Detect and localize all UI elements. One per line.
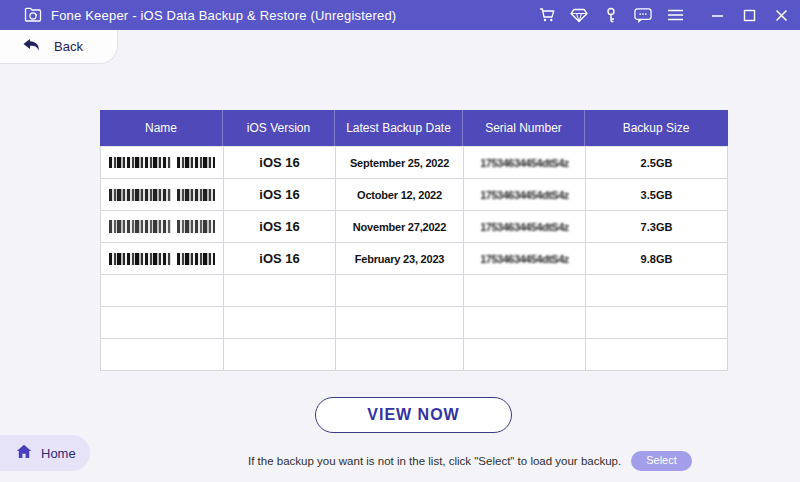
empty-table-row [101,307,728,339]
backup-hint-row: If the backup you want is not in the lis… [248,451,692,471]
device-name-redacted [101,147,224,178]
serial-number-blurred: 17534634454dtS4z [480,252,569,265]
ios-version-value: iOS 16 [259,187,299,202]
column-header-backup-size: Backup Size [585,110,727,146]
ios-version-value: iOS 16 [259,155,299,170]
device-name-redacted [101,243,224,274]
serial-number-blurred: 17534634454dtS4z [480,188,569,201]
backup-size-value: 7.3GB [641,221,673,233]
column-header-ios-version: iOS Version [223,110,335,146]
backup-table: Name iOS Version Latest Backup Date Seri… [100,110,728,371]
backup-size-value: 9.8GB [641,253,673,265]
table-row[interactable]: iOS 16 November 27,2022 17534634454dtS4z… [101,211,728,243]
empty-table-row [101,275,728,307]
view-now-button[interactable]: VIEW NOW [315,397,512,433]
device-name-redacted [101,211,224,242]
empty-table-row [101,339,728,371]
device-name-redacted [101,179,224,210]
store-cart-icon[interactable] [538,6,556,24]
backup-size-value: 2.5GB [641,157,673,169]
close-icon[interactable] [772,6,790,24]
back-arrow-icon [22,38,40,56]
backup-date-value: September 25, 2022 [350,157,449,169]
home-button[interactable]: Home [0,435,90,471]
table-header-row: Name iOS Version Latest Backup Date Seri… [100,110,728,146]
maximize-icon[interactable] [740,6,758,24]
serial-number-blurred: 17534634454dtS4z [480,220,569,233]
menu-icon[interactable] [666,6,684,24]
feedback-bubble-icon[interactable] [634,6,652,24]
app-folder-sync-icon [24,7,42,23]
back-label: Back [54,39,83,54]
backup-date-value: February 23, 2023 [355,253,445,265]
register-key-icon[interactable] [602,6,620,24]
backup-size-value: 3.5GB [641,189,673,201]
column-header-serial-number: Serial Number [463,110,585,146]
premium-gem-icon[interactable] [570,6,588,24]
column-header-backup-date: Latest Backup Date [335,110,463,146]
backup-date-value: November 27,2022 [353,221,446,233]
home-label: Home [41,446,76,461]
backup-hint-text: If the backup you want is not in the lis… [248,455,621,467]
window-title: Fone Keeper - iOS Data Backup & Restore … [51,8,396,23]
ios-version-value: iOS 16 [259,251,299,266]
select-backup-button[interactable]: Select [631,451,692,471]
home-icon [16,444,32,463]
table-row[interactable]: iOS 16 October 12, 2022 17534634454dtS4z… [101,179,728,211]
table-row[interactable]: iOS 16 February 23, 2023 17534634454dtS4… [101,243,728,275]
minimize-icon[interactable] [708,6,726,24]
serial-number-blurred: 17534634454dtS4z [480,156,569,169]
title-bar: Fone Keeper - iOS Data Backup & Restore … [0,0,800,30]
column-header-name: Name [100,110,223,146]
table-row[interactable]: iOS 16 September 25, 2022 17534634454dtS… [101,147,728,179]
back-button[interactable]: Back [0,30,118,64]
backup-date-value: October 12, 2022 [357,189,442,201]
ios-version-value: iOS 16 [259,219,299,234]
